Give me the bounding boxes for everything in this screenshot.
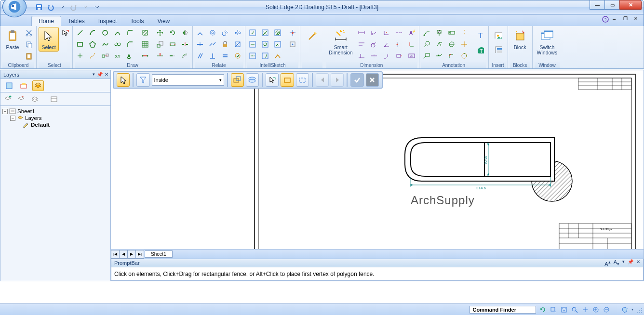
clipboard-icon[interactable] (24, 51, 34, 61)
is-intersect-icon[interactable] (260, 28, 270, 38)
surface-icon[interactable] (434, 39, 444, 49)
leader-icon[interactable] (421, 28, 432, 38)
qat-customize-icon[interactable] (92, 2, 102, 12)
drawing-canvas[interactable]: Solid Edge 314.6 (111, 70, 644, 249)
tree-row-sheet[interactable]: − Sheet1 (2, 108, 108, 115)
layer-tree[interactable]: − Sheet1 − Layers Default (0, 106, 110, 281)
pb-dropdown-icon[interactable]: ▾ (622, 259, 625, 267)
pb-close-icon[interactable]: ✕ (636, 259, 640, 267)
connect-icon[interactable] (195, 28, 205, 38)
font-smaller-icon[interactable]: A▾ (614, 259, 619, 267)
sheet-prev-icon[interactable]: ◀ (119, 250, 128, 259)
rigid-icon[interactable] (232, 39, 243, 49)
is-grid-icon[interactable] (287, 39, 298, 49)
smart-dimension-button[interactable]: Smart Dimension (326, 27, 355, 57)
tab-tools[interactable]: Tools (123, 16, 150, 26)
tab-home[interactable]: Home (31, 16, 61, 26)
grid-icon[interactable] (140, 39, 150, 49)
is-endpoint-icon[interactable] (247, 28, 258, 38)
mdi-close-icon[interactable]: ✕ (634, 16, 641, 23)
text-xy-icon[interactable]: XY (112, 51, 123, 61)
extend-icon[interactable] (167, 51, 178, 61)
layer-display-icon[interactable] (49, 94, 60, 105)
dim-auto-icon[interactable]: A⚡ (406, 28, 417, 38)
project-icon[interactable] (100, 51, 110, 61)
dim-symm-icon[interactable] (369, 51, 379, 61)
arc-icon[interactable] (87, 28, 98, 38)
is-tangent-icon[interactable] (260, 39, 270, 49)
stretch-icon[interactable] (167, 39, 178, 49)
redo-icon[interactable] (69, 2, 79, 12)
close-button[interactable] (619, 0, 642, 10)
rect-icon[interactable] (75, 39, 85, 49)
cmd-poly-icon[interactable] (296, 73, 309, 87)
mirror-icon[interactable] (180, 28, 190, 38)
cmd-next-icon[interactable] (331, 73, 344, 87)
dim-char-icon[interactable]: ⌀ (406, 51, 417, 61)
sheet-tab[interactable]: Sheet1 (145, 250, 173, 258)
fence-mode-combo[interactable]: Inside▾ (152, 74, 224, 86)
cmd-stack-icon[interactable] (246, 73, 259, 87)
new-layer-icon[interactable]: + (2, 94, 14, 105)
tree-row-layers[interactable]: − Layers (2, 115, 108, 121)
curve-icon[interactable] (112, 28, 123, 38)
parallel-icon[interactable] (195, 51, 205, 61)
pane-pin-icon[interactable]: 📌 (97, 72, 103, 77)
callout-icon[interactable] (421, 51, 432, 61)
construction-icon[interactable] (87, 51, 98, 61)
dim-stack-icon[interactable] (356, 39, 367, 49)
sb-zoom-area-icon[interactable] (550, 306, 557, 314)
sb-zoomout-icon[interactable] (603, 306, 610, 314)
insert-image-icon[interactable] (491, 28, 505, 41)
cmd-prev-icon[interactable] (316, 73, 329, 87)
minimize-button[interactable]: — (590, 0, 605, 10)
line-icon[interactable] (75, 28, 85, 38)
tree-expander-icon[interactable]: − (2, 109, 8, 114)
dim-axis-icon[interactable] (356, 51, 367, 61)
block-button[interactable]: Block (510, 27, 530, 52)
paste-button[interactable]: Paste (2, 27, 23, 52)
tab-view[interactable]: View (150, 16, 176, 26)
undo-dropdown-icon[interactable] (57, 2, 67, 12)
sb-refresh-icon[interactable] (539, 306, 547, 314)
target-icon[interactable] (446, 39, 457, 49)
centermark-icon[interactable] (459, 39, 470, 49)
font-bigger-icon[interactable]: A▴ (604, 259, 610, 267)
sheet-first-icon[interactable]: |◀ (111, 250, 120, 259)
dim-coord-icon[interactable] (381, 28, 392, 38)
sb-zoomin-icon[interactable] (592, 306, 600, 314)
mdi-min-icon[interactable]: – (613, 16, 619, 23)
dim-radial-icon[interactable] (369, 39, 379, 49)
symmetric-icon[interactable] (232, 28, 243, 38)
circle-icon[interactable] (100, 28, 110, 38)
undo-icon[interactable] (46, 2, 55, 12)
tab-inspect[interactable]: Inspect (92, 16, 124, 26)
collinear-icon[interactable] (207, 39, 218, 49)
chamfer-icon[interactable] (125, 39, 135, 49)
scale-icon[interactable] (155, 39, 165, 49)
pane-close-icon[interactable]: ✕ (105, 72, 108, 77)
polygon-icon[interactable] (87, 39, 98, 49)
sheet-next-icon[interactable]: ▶ (127, 250, 136, 259)
pane-dropdown-icon[interactable]: ▾ (93, 72, 95, 77)
sheet-last-icon[interactable]: ▶| (135, 250, 144, 259)
segment-icon[interactable] (140, 51, 150, 61)
is-parallel-icon[interactable] (260, 51, 270, 61)
is-horizontal-icon[interactable] (272, 39, 283, 49)
move-layer-icon[interactable] (16, 94, 27, 105)
cmd-accept-icon[interactable] (350, 73, 363, 87)
weld-icon[interactable] (434, 51, 444, 61)
dim-csys-icon[interactable] (406, 39, 417, 49)
cut-icon[interactable] (24, 28, 34, 38)
save-icon[interactable] (34, 2, 44, 12)
is-extension-icon[interactable] (272, 51, 283, 61)
dim-chain-icon[interactable] (394, 28, 404, 38)
pb-pin-icon[interactable]: 📌 (628, 259, 633, 267)
is-perp-icon[interactable] (272, 28, 283, 38)
copy-icon[interactable] (24, 39, 34, 49)
is-midpoint-icon[interactable] (247, 39, 258, 49)
point-icon[interactable] (75, 51, 85, 61)
chain-icon[interactable] (112, 39, 123, 49)
ref-text-icon[interactable]: A̲ (125, 51, 135, 61)
cmd-rect-icon[interactable] (281, 73, 294, 87)
